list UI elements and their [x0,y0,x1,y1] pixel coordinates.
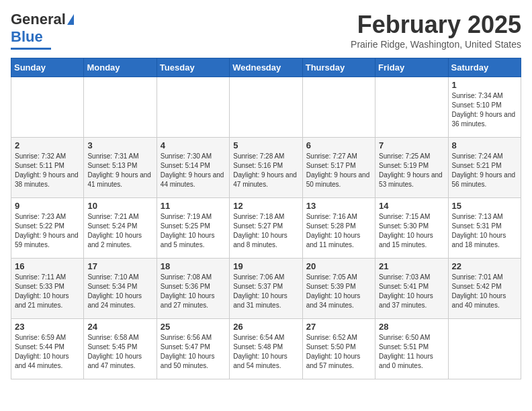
calendar-cell: 17Sunrise: 7:10 AM Sunset: 5:34 PM Dayli… [84,259,157,319]
logo-general-text: General [11,11,66,28]
day-info: Sunrise: 6:54 AM Sunset: 5:48 PM Dayligh… [233,333,298,371]
day-info: Sunrise: 7:31 AM Sunset: 5:13 PM Dayligh… [87,152,152,189]
calendar-cell: 2Sunrise: 7:32 AM Sunset: 5:11 PM Daylig… [11,138,84,198]
calendar-week-row: 16Sunrise: 7:11 AM Sunset: 5:33 PM Dayli… [11,259,521,319]
day-info: Sunrise: 6:59 AM Sunset: 5:44 PM Dayligh… [15,333,80,371]
calendar-cell: 1Sunrise: 7:34 AM Sunset: 5:10 PM Daylig… [448,77,521,138]
calendar-week-row: 9Sunrise: 7:23 AM Sunset: 5:22 PM Daylig… [11,198,521,259]
day-info: Sunrise: 6:52 AM Sunset: 5:50 PM Dayligh… [306,333,371,371]
day-info: Sunrise: 7:03 AM Sunset: 5:41 PM Dayligh… [379,273,444,310]
calendar-cell [448,319,521,379]
col-header-wednesday: Wednesday [230,58,302,77]
calendar-cell: 3Sunrise: 7:31 AM Sunset: 5:13 PM Daylig… [84,138,157,198]
day-number: 15 [452,201,517,211]
col-header-friday: Friday [375,58,448,77]
calendar-cell [302,77,375,138]
calendar-cell: 23Sunrise: 6:59 AM Sunset: 5:44 PM Dayli… [11,319,84,379]
logo-triangle-icon [67,14,74,25]
calendar-cell [230,77,302,138]
page-header: General Blue February 2025 Prairie Ridge… [11,11,521,50]
day-info: Sunrise: 7:08 AM Sunset: 5:36 PM Dayligh… [161,273,226,310]
day-number: 20 [306,261,371,271]
col-header-thursday: Thursday [302,58,375,77]
calendar-cell: 16Sunrise: 7:11 AM Sunset: 5:33 PM Dayli… [11,259,84,319]
col-header-saturday: Saturday [448,58,521,77]
day-number: 8 [452,140,517,150]
col-header-sunday: Sunday [11,58,84,77]
calendar-cell: 15Sunrise: 7:13 AM Sunset: 5:31 PM Dayli… [448,198,521,259]
day-info: Sunrise: 7:16 AM Sunset: 5:28 PM Dayligh… [306,212,371,250]
day-info: Sunrise: 6:50 AM Sunset: 5:51 PM Dayligh… [379,333,444,371]
day-info: Sunrise: 6:56 AM Sunset: 5:47 PM Dayligh… [161,333,226,371]
day-number: 14 [379,201,444,211]
day-info: Sunrise: 7:25 AM Sunset: 5:19 PM Dayligh… [379,152,444,189]
day-number: 7 [379,140,444,150]
day-info: Sunrise: 6:58 AM Sunset: 5:45 PM Dayligh… [87,333,152,371]
day-number: 22 [452,261,517,271]
day-info: Sunrise: 7:27 AM Sunset: 5:17 PM Dayligh… [306,152,371,189]
day-number: 27 [306,322,371,332]
day-info: Sunrise: 7:32 AM Sunset: 5:11 PM Dayligh… [15,152,80,189]
calendar-cell: 12Sunrise: 7:18 AM Sunset: 5:27 PM Dayli… [230,198,302,259]
day-number: 17 [87,261,152,271]
day-info: Sunrise: 7:15 AM Sunset: 5:30 PM Dayligh… [379,212,444,250]
calendar-cell: 4Sunrise: 7:30 AM Sunset: 5:14 PM Daylig… [157,138,229,198]
calendar-cell: 10Sunrise: 7:21 AM Sunset: 5:24 PM Dayli… [84,198,157,259]
calendar-cell: 6Sunrise: 7:27 AM Sunset: 5:17 PM Daylig… [302,138,375,198]
calendar-cell: 7Sunrise: 7:25 AM Sunset: 5:19 PM Daylig… [375,138,448,198]
calendar-cell: 26Sunrise: 6:54 AM Sunset: 5:48 PM Dayli… [230,319,302,379]
day-number: 21 [379,261,444,271]
calendar-cell: 28Sunrise: 6:50 AM Sunset: 5:51 PM Dayli… [375,319,448,379]
calendar-table: SundayMondayTuesdayWednesdayThursdayFrid… [11,58,521,379]
day-number: 13 [306,201,371,211]
title-area: February 2025 Prairie Ridge, Washington,… [351,11,521,50]
day-info: Sunrise: 7:18 AM Sunset: 5:27 PM Dayligh… [233,212,298,250]
calendar-cell: 22Sunrise: 7:01 AM Sunset: 5:42 PM Dayli… [448,259,521,319]
day-number: 25 [161,322,226,332]
day-info: Sunrise: 7:21 AM Sunset: 5:24 PM Dayligh… [87,212,152,250]
day-number: 6 [306,140,371,150]
day-info: Sunrise: 7:28 AM Sunset: 5:16 PM Dayligh… [233,152,298,189]
day-number: 26 [233,322,298,332]
calendar-cell: 20Sunrise: 7:05 AM Sunset: 5:39 PM Dayli… [302,259,375,319]
day-info: Sunrise: 7:24 AM Sunset: 5:21 PM Dayligh… [452,152,517,189]
calendar-cell: 8Sunrise: 7:24 AM Sunset: 5:21 PM Daylig… [448,138,521,198]
day-number: 3 [87,140,152,150]
calendar-cell: 11Sunrise: 7:19 AM Sunset: 5:25 PM Dayli… [157,198,229,259]
calendar-cell: 5Sunrise: 7:28 AM Sunset: 5:16 PM Daylig… [230,138,302,198]
calendar-cell: 18Sunrise: 7:08 AM Sunset: 5:36 PM Dayli… [157,259,229,319]
calendar-cell: 9Sunrise: 7:23 AM Sunset: 5:22 PM Daylig… [11,198,84,259]
day-info: Sunrise: 7:34 AM Sunset: 5:10 PM Dayligh… [452,91,517,129]
day-number: 10 [87,201,152,211]
logo-underline [11,48,51,50]
day-info: Sunrise: 7:10 AM Sunset: 5:34 PM Dayligh… [87,273,152,310]
logo-blue-text: Blue [11,28,43,46]
calendar-cell: 13Sunrise: 7:16 AM Sunset: 5:28 PM Dayli… [302,198,375,259]
calendar-week-row: 2Sunrise: 7:32 AM Sunset: 5:11 PM Daylig… [11,138,521,198]
calendar-cell [157,77,229,138]
day-number: 24 [87,322,152,332]
calendar-cell: 14Sunrise: 7:15 AM Sunset: 5:30 PM Dayli… [375,198,448,259]
calendar-week-row: 23Sunrise: 6:59 AM Sunset: 5:44 PM Dayli… [11,319,521,379]
calendar-cell: 25Sunrise: 6:56 AM Sunset: 5:47 PM Dayli… [157,319,229,379]
calendar-cell [375,77,448,138]
day-info: Sunrise: 7:01 AM Sunset: 5:42 PM Dayligh… [452,273,517,310]
logo: General Blue [11,11,74,50]
day-number: 19 [233,261,298,271]
day-number: 2 [15,140,80,150]
day-number: 16 [15,261,80,271]
calendar-cell: 24Sunrise: 6:58 AM Sunset: 5:45 PM Dayli… [84,319,157,379]
day-info: Sunrise: 7:05 AM Sunset: 5:39 PM Dayligh… [306,273,371,310]
day-number: 5 [233,140,298,150]
day-info: Sunrise: 7:06 AM Sunset: 5:37 PM Dayligh… [233,273,298,310]
location-text: Prairie Ridge, Washington, United States [351,39,521,50]
day-number: 18 [161,261,226,271]
day-info: Sunrise: 7:23 AM Sunset: 5:22 PM Dayligh… [15,212,80,250]
day-number: 1 [452,80,517,90]
day-number: 12 [233,201,298,211]
calendar-week-row: 1Sunrise: 7:34 AM Sunset: 5:10 PM Daylig… [11,77,521,138]
calendar-cell [11,77,84,138]
col-header-tuesday: Tuesday [157,58,229,77]
calendar-cell: 27Sunrise: 6:52 AM Sunset: 5:50 PM Dayli… [302,319,375,379]
day-number: 9 [15,201,80,211]
